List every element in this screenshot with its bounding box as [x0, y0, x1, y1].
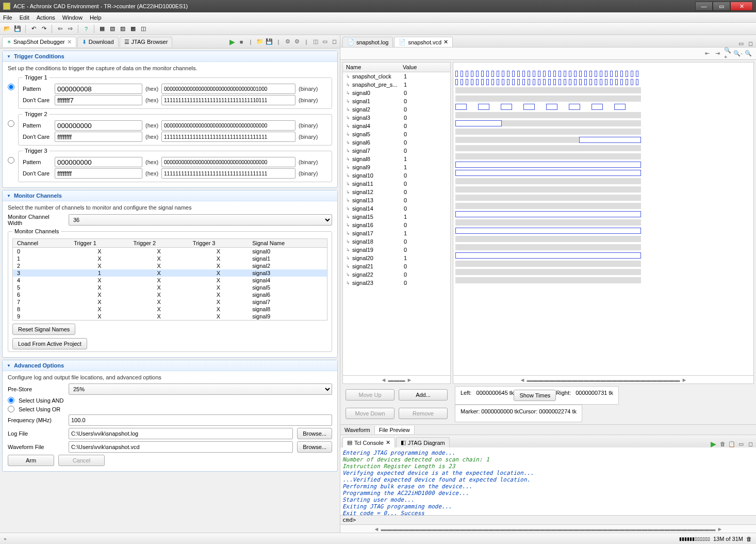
config2-icon[interactable]: ⚙ — [293, 38, 301, 45]
trigger-2-pattern-hex[interactable] — [55, 120, 142, 131]
save-icon[interactable]: 💾 — [13, 25, 22, 33]
channel-row[interactable]: 2XXXsignal2 — [13, 262, 327, 269]
fwd-icon[interactable]: ⇨ — [66, 25, 74, 33]
max2-icon[interactable]: ◻ — [747, 40, 754, 47]
help-icon[interactable]: ? — [82, 25, 90, 33]
run-icon[interactable]: ▶ — [710, 440, 717, 447]
wave-browse-button[interactable]: Browse... — [297, 441, 332, 453]
tab-download[interactable]: ⬇ Download — [77, 37, 119, 47]
max-icon[interactable]: ◻ — [331, 38, 338, 45]
signal-row[interactable]: ↳signal140 — [343, 204, 450, 213]
min3-icon[interactable]: ▭ — [737, 440, 745, 447]
signal-row[interactable]: ↳signal81 — [343, 155, 450, 163]
close-button[interactable]: ✕ — [730, 2, 753, 11]
config3-icon[interactable]: ◫ — [312, 38, 319, 45]
trigger-2-dontcare-bin[interactable] — [161, 132, 295, 142]
nav-left-icon[interactable]: ⇤ — [703, 50, 711, 57]
signal-row[interactable]: ↳signal70 — [343, 147, 450, 155]
close-icon[interactable]: ✕ — [386, 439, 390, 446]
signal-row[interactable]: ↳snapshot_clock1 — [343, 72, 450, 81]
menu-edit[interactable]: Edit — [20, 14, 29, 21]
tab-snapshot-debugger[interactable]: ✶ SnapShot Debugger ✕ — [2, 37, 76, 47]
menu-window[interactable]: Window — [62, 14, 83, 21]
signal-row[interactable]: ↳signal60 — [343, 138, 450, 147]
signal-row[interactable]: ↳signal190 — [343, 246, 450, 254]
undo-icon[interactable]: ↶ — [29, 25, 38, 33]
channel-row[interactable]: 9XXXsignal9 — [13, 313, 327, 320]
signal-row[interactable]: ↳signal171 — [343, 229, 450, 237]
tool2-icon[interactable]: ▧ — [108, 25, 117, 33]
tab-jtag-diagram[interactable]: ◧ JTAG Diagram — [396, 437, 450, 447]
copy-icon[interactable]: 📋 — [728, 440, 735, 447]
trigger-conditions-header[interactable]: Trigger Conditions — [3, 51, 337, 62]
save2-icon[interactable]: 💾 — [266, 38, 273, 45]
signal-row[interactable]: ↳signal151 — [343, 213, 450, 221]
menu-help[interactable]: Help — [90, 14, 102, 21]
channel-row[interactable]: 7XXXsignal7 — [13, 298, 327, 306]
signal-row[interactable]: ↳signal40 — [343, 122, 450, 130]
width-select[interactable]: 36 — [69, 214, 332, 226]
minimize-button[interactable]: — — [695, 2, 713, 11]
channel-row[interactable]: 1XXXsignal1 — [13, 255, 327, 262]
zoom-fit-icon[interactable]: 🔍 — [745, 50, 752, 57]
reset-signal-names-button[interactable]: Reset Signal Names — [12, 324, 75, 335]
channel-row[interactable]: 0XXXsignal0 — [13, 248, 327, 255]
signal-row[interactable]: ↳signal10 — [343, 97, 450, 105]
moveup-button[interactable]: Move Up — [346, 389, 395, 401]
prestore-select[interactable]: 25% — [69, 383, 332, 395]
log-browse-button[interactable]: Browse... — [297, 428, 332, 439]
trigger-2-radio[interactable] — [8, 120, 14, 127]
trigger-3-pattern-hex[interactable] — [55, 157, 142, 167]
open-icon[interactable]: 📂 — [3, 25, 11, 33]
trigger-2-dontcare-hex[interactable] — [55, 132, 142, 142]
trigger-1-radio[interactable] — [8, 84, 14, 90]
tab-snapshot-log[interactable]: 📄 snapshot.log — [342, 37, 393, 47]
tab-jtag-browser[interactable]: ☰ JTAG Browser — [120, 37, 173, 47]
signal-row[interactable]: ↳signal110 — [343, 180, 450, 188]
close-icon[interactable]: ✕ — [443, 39, 448, 45]
stop-icon[interactable]: ■ — [238, 38, 245, 45]
arm-button[interactable]: Arm — [8, 455, 54, 466]
nav-right-icon[interactable]: ⇥ — [714, 50, 721, 57]
signal-row[interactable]: ↳signal160 — [343, 221, 450, 229]
channel-row[interactable]: 5XXXsignal5 — [13, 284, 327, 291]
trigger-3-radio[interactable] — [8, 157, 14, 164]
signal-row[interactable]: ↳signal180 — [343, 237, 450, 246]
trigger-3-dontcare-hex[interactable] — [55, 168, 142, 179]
signal-row[interactable]: ↳signal201 — [343, 254, 450, 262]
advanced-header[interactable]: Advanced Options — [3, 360, 337, 371]
show-times-button[interactable]: Show Times — [514, 390, 556, 401]
signal-row[interactable]: ↳signal220 — [343, 270, 450, 279]
trigger-1-pattern-bin[interactable] — [161, 84, 295, 94]
menu-actions[interactable]: Actions — [37, 14, 55, 21]
trigger-1-dontcare-hex[interactable] — [55, 95, 142, 105]
tab-waveform[interactable]: Waveform — [340, 426, 375, 434]
redo-icon[interactable]: ↷ — [40, 25, 48, 33]
tab-snapshot-vcd[interactable]: 📄 snapshot.vcd ✕ — [394, 37, 453, 47]
monitor-channels-header[interactable]: Monitor Channels — [3, 190, 337, 201]
tab-tcl-console[interactable]: ▤ Tcl Console ✕ — [342, 437, 395, 447]
tool3-icon[interactable]: ▨ — [119, 25, 127, 33]
and-radio[interactable] — [8, 397, 14, 404]
channel-row[interactable]: 6XXXsignal6 — [13, 291, 327, 298]
maximize-button[interactable]: ▭ — [713, 2, 730, 11]
trigger-3-dontcare-bin[interactable] — [161, 168, 295, 179]
signal-row[interactable]: ↳signal20 — [343, 105, 450, 114]
channel-row[interactable]: 4XXXsignal4 — [13, 277, 327, 284]
cancel-button[interactable]: Cancel — [58, 455, 105, 466]
play-icon[interactable]: ▶ — [228, 38, 236, 45]
trigger-2-pattern-bin[interactable] — [161, 120, 295, 131]
console-output[interactable]: Entering JTAG programming mode...Number … — [340, 447, 756, 515]
config1-icon[interactable]: ⚙ — [284, 38, 291, 45]
folder-icon[interactable]: 📁 — [256, 38, 264, 45]
channels-table[interactable]: ChannelTrigger 1Trigger 2Trigger 3Signal… — [12, 238, 327, 321]
channel-row[interactable]: 31XXsignal3 — [13, 269, 327, 277]
signal-row[interactable]: ↳signal50 — [343, 130, 450, 138]
tab-file-preview[interactable]: File Preview — [375, 426, 415, 434]
trash-icon[interactable]: 🗑 — [746, 536, 752, 542]
freq-input[interactable] — [69, 414, 332, 426]
trigger-1-dontcare-bin[interactable] — [161, 95, 295, 105]
signal-row[interactable]: ↳signal230 — [343, 279, 450, 287]
max3-icon[interactable]: ◻ — [747, 440, 754, 447]
signal-row[interactable]: ↳signal30 — [343, 114, 450, 122]
